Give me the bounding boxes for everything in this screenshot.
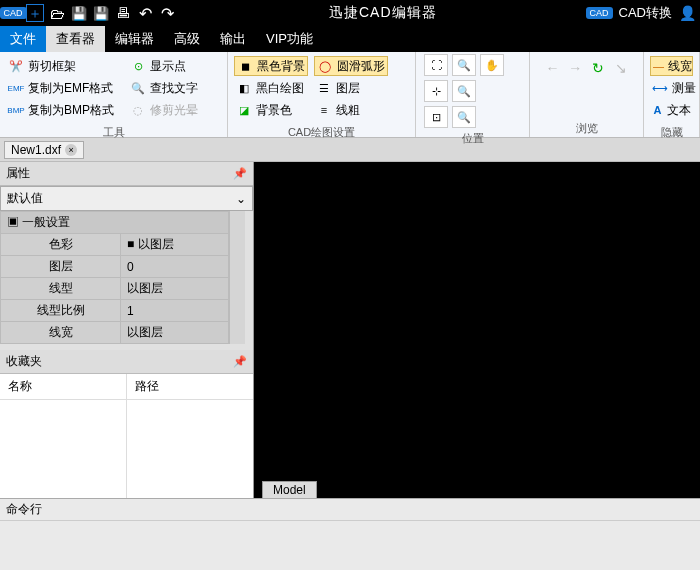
quick-access-toolbar: CAD ＋ 🗁 💾 💾 🖶 ↶ ↷ (0, 4, 180, 22)
redo-icon[interactable]: ↷ (158, 4, 176, 22)
prop-color-label: 色彩 (1, 234, 121, 256)
favorites-pin-icon[interactable]: 📌 (233, 355, 247, 368)
pos-scaledown-button[interactable]: 🔍 (452, 106, 476, 128)
trim-halo-button[interactable]: ◌修剪光晕 (128, 100, 200, 120)
document-tab-label: New1.dxf (11, 143, 61, 157)
prop-layer-label: 图层 (1, 256, 121, 278)
pos-extents-button[interactable]: ⊹ (424, 80, 448, 102)
linewidth-icon: — (653, 58, 664, 74)
prop-layer-value[interactable]: 0 (121, 256, 229, 278)
section-general[interactable]: ▣ 一般设置 (1, 212, 229, 234)
defaults-dropdown[interactable]: 默认值 ⌄ (0, 186, 253, 211)
main-area: 属性 📌 默认值 ⌄ ▣ 一般设置 色彩■ 以图层 图层0 线型以图层 线型比例… (0, 162, 700, 498)
ribbon-group-cad-label: CAD绘图设置 (228, 124, 415, 141)
linewidth-button[interactable]: —线宽 (650, 56, 693, 76)
tab-vip[interactable]: VIP功能 (256, 26, 323, 52)
pos-window-button[interactable]: ⊡ (424, 106, 448, 128)
favorites-col-name: 名称 (0, 374, 127, 498)
document-tabs: New1.dxf × (0, 138, 700, 162)
bg-color-button[interactable]: ◪背景色 (234, 100, 308, 120)
ribbon-group-position-label: 位置 (416, 130, 529, 147)
layers-icon: ☰ (316, 80, 332, 96)
ribbon-group-tools: ✂️剪切框架 EMF复制为EMF格式 BMP复制为BMP格式 ⊙显示点 🔍查找文… (0, 52, 228, 137)
prop-lineweight-label: 线宽 (1, 322, 121, 344)
nav-back-button[interactable]: ← (544, 58, 561, 78)
ribbon: ✂️剪切框架 EMF复制为EMF格式 BMP复制为BMP格式 ⊙显示点 🔍查找文… (0, 52, 700, 138)
copy-emf-button[interactable]: EMF复制为EMF格式 (6, 78, 116, 98)
pos-zoomout-button[interactable]: 🔍 (452, 80, 476, 102)
nav-refresh-button[interactable]: ↻ (590, 58, 607, 78)
measure-button[interactable]: ⟷测量 (650, 78, 693, 98)
bw-draw-button[interactable]: ◧黑白绘图 (234, 78, 308, 98)
pin-icon[interactable]: 📌 (233, 167, 247, 180)
point-icon: ⊙ (130, 58, 146, 74)
pos-fit-button[interactable]: ⛶ (424, 54, 448, 76)
tab-file[interactable]: 文件 (0, 26, 46, 52)
print-icon[interactable]: 🖶 (114, 4, 132, 22)
favorites-col-path-header[interactable]: 路径 (127, 374, 253, 400)
ribbon-tabs: 文件 查看器 编辑器 高级 输出 VIP功能 (0, 26, 700, 52)
ribbon-group-hidden: —线宽 ⟷测量 A文本 隐藏 (644, 52, 700, 137)
tab-output[interactable]: 输出 (210, 26, 256, 52)
open-icon[interactable]: 🗁 (48, 4, 66, 22)
pos-pan-button[interactable]: ✋ (480, 54, 504, 76)
save-icon[interactable]: 💾 (70, 4, 88, 22)
pos-empty2 (480, 106, 504, 128)
command-line-input[interactable] (0, 520, 700, 570)
prop-color-value[interactable]: ■ 以图层 (121, 234, 229, 256)
app-icon: CAD (4, 4, 22, 22)
show-point-button[interactable]: ⊙显示点 (128, 56, 200, 76)
ribbon-group-hidden-label: 隐藏 (644, 124, 699, 141)
prop-linetype-value[interactable]: 以图层 (121, 278, 229, 300)
close-tab-icon[interactable]: × (65, 144, 77, 156)
find-text-button[interactable]: 🔍查找文字 (128, 78, 200, 98)
undo-icon[interactable]: ↶ (136, 4, 154, 22)
tab-advanced[interactable]: 高级 (164, 26, 210, 52)
defaults-label: 默认值 (7, 190, 43, 207)
text-icon: A (652, 102, 663, 118)
favorites-panel-header: 收藏夹 📌 (0, 350, 253, 374)
nav-stop-button[interactable]: ↘ (612, 58, 629, 78)
tab-editor[interactable]: 编辑器 (105, 26, 164, 52)
properties-table: ▣ 一般设置 色彩■ 以图层 图层0 线型以图层 线型比例1 线宽以图层 (0, 211, 229, 344)
cad-convert-button[interactable]: CAD转换 (619, 4, 672, 22)
prop-lineweight-value[interactable]: 以图层 (121, 322, 229, 344)
round-arc-button[interactable]: ◯圆滑弧形 (314, 56, 388, 76)
title-bar: CAD ＋ 🗁 💾 💾 🖶 ↶ ↷ 迅捷CAD编辑器 CAD CAD转换 👤 (0, 0, 700, 26)
document-tab[interactable]: New1.dxf × (4, 141, 84, 159)
favorites-col-path: 路径 (127, 374, 253, 498)
measure-icon: ⟷ (652, 80, 668, 96)
halo-icon: ◌ (130, 102, 146, 118)
titlebar-right: CAD CAD转换 👤 (586, 4, 700, 22)
copy-bmp-button[interactable]: BMP复制为BMP格式 (6, 100, 116, 120)
layers-button[interactable]: ☰图层 (314, 78, 388, 98)
ribbon-group-tools-label: 工具 (0, 124, 227, 141)
prop-linetype-label: 线型 (1, 278, 121, 300)
lineweight-button[interactable]: ≡线粗 (314, 100, 388, 120)
tab-viewer[interactable]: 查看器 (46, 26, 105, 52)
pos-zoomin-button[interactable]: 🔍 (452, 54, 476, 76)
crop-frame-button[interactable]: ✂️剪切框架 (6, 56, 116, 76)
properties-panel-header: 属性 📌 (0, 162, 253, 186)
ribbon-group-browse: ← → ↻ ↘ 浏览 (530, 52, 644, 137)
prop-ltscale-value[interactable]: 1 (121, 300, 229, 322)
bmp-icon: BMP (8, 102, 24, 118)
bgcolor-icon: ◪ (236, 102, 252, 118)
app-title: 迅捷CAD编辑器 (180, 4, 586, 22)
command-line-header: 命令行 (0, 498, 700, 520)
favorites-col-name-header[interactable]: 名称 (0, 374, 126, 400)
properties-scrollbar[interactable] (229, 211, 245, 344)
properties-title: 属性 (6, 165, 30, 182)
saveas-icon[interactable]: 💾 (92, 4, 110, 22)
nav-fwd-button[interactable]: → (567, 58, 584, 78)
blackbg-icon: ◼ (237, 58, 253, 74)
search-icon: 🔍 (130, 80, 146, 96)
drawing-canvas[interactable]: Model (254, 162, 700, 498)
model-tab[interactable]: Model (262, 481, 317, 498)
pos-empty1 (480, 80, 504, 102)
text-button[interactable]: A文本 (650, 100, 693, 120)
user-icon[interactable]: 👤 (678, 4, 696, 22)
black-bg-button[interactable]: ◼黑色背景 (234, 56, 308, 76)
new-icon[interactable]: ＋ (26, 4, 44, 22)
left-panel: 属性 📌 默认值 ⌄ ▣ 一般设置 色彩■ 以图层 图层0 线型以图层 线型比例… (0, 162, 254, 498)
